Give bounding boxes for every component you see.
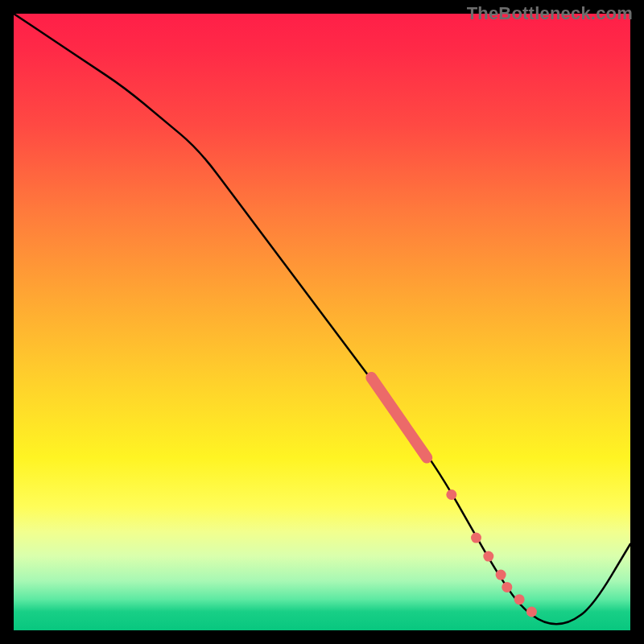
marker-dot — [471, 533, 481, 543]
chart-frame: TheBottleneck.com — [0, 0, 644, 644]
marker-dot — [502, 582, 512, 592]
highlight-segment — [371, 378, 427, 458]
marker-dot — [446, 489, 456, 500]
bottleneck-curve — [14, 14, 630, 624]
marker-dot — [483, 551, 493, 562]
plot-area — [14, 14, 630, 630]
marker-dot — [496, 570, 506, 580]
watermark-label: TheBottleneck.com — [467, 3, 633, 24]
marker-dot — [514, 594, 525, 605]
marker-dot — [526, 607, 537, 617]
curve-layer — [14, 14, 630, 630]
